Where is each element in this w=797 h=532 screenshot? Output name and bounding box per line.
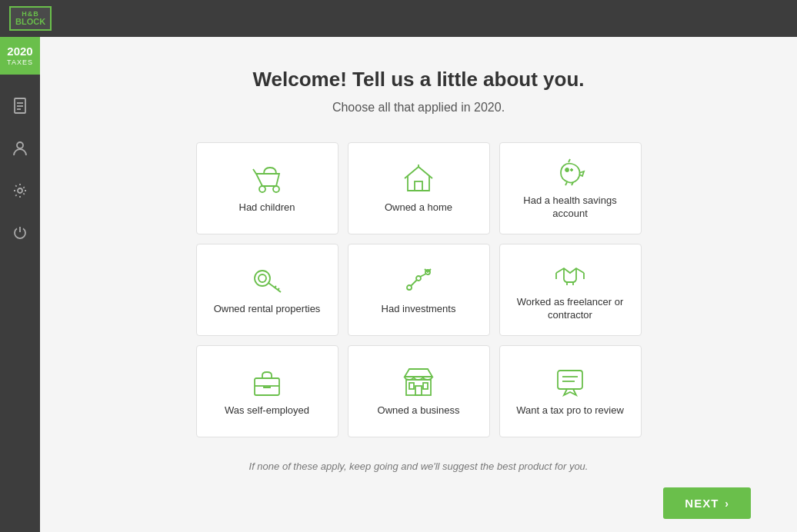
card-investments[interactable]: Had investments <box>348 244 490 336</box>
card-owned-business[interactable]: Owned a business <box>348 345 490 437</box>
svg-line-19 <box>275 286 276 288</box>
card-self-employed-label: Was self-employed <box>225 404 309 417</box>
card-owned-home[interactable]: Owned a home <box>348 142 490 234</box>
svg-point-16 <box>255 271 270 286</box>
card-rental-properties-label: Owned rental properties <box>214 303 321 316</box>
main-layout: 2020 TAXES <box>0 37 797 532</box>
card-freelancer-label: Worked as freelancer or contractor <box>508 296 633 322</box>
svg-rect-32 <box>409 383 414 389</box>
house-icon <box>402 163 435 194</box>
next-chevron-icon: › <box>725 497 729 510</box>
person-icon[interactable] <box>12 140 28 161</box>
card-health-savings[interactable]: Had a health savings account <box>499 142 642 234</box>
svg-rect-28 <box>255 378 279 395</box>
sidebar-year-sub: TAXES <box>3 58 37 67</box>
card-freelancer[interactable]: Worked as freelancer or contractor <box>499 244 642 336</box>
investments-icon <box>402 264 435 295</box>
svg-point-6 <box>259 186 265 192</box>
svg-line-25 <box>420 274 426 277</box>
storefront-icon <box>402 366 435 397</box>
card-rental-properties[interactable]: Owned rental properties <box>196 244 338 336</box>
card-owned-business-label: Owned a business <box>378 404 460 417</box>
svg-point-7 <box>273 186 279 192</box>
logo-bottom: BLOCK <box>15 18 45 26</box>
svg-point-11 <box>565 168 569 171</box>
key-icon <box>250 264 284 295</box>
card-owned-home-label: Owned a home <box>385 201 452 214</box>
footer-note: If none of these apply, keep going and w… <box>249 461 589 472</box>
card-tax-pro[interactable]: Want a tax pro to review <box>499 345 642 437</box>
card-health-savings-label: Had a health savings account <box>508 195 633 221</box>
sidebar: 2020 TAXES <box>0 37 40 532</box>
svg-point-5 <box>18 188 22 193</box>
svg-point-4 <box>17 142 23 148</box>
handshake-icon <box>553 258 587 288</box>
next-btn-row: NEXT › <box>55 487 782 519</box>
cards-grid: Had children Owned a home <box>196 142 642 437</box>
svg-line-12 <box>565 182 567 185</box>
svg-rect-34 <box>558 371 582 389</box>
settings-icon[interactable] <box>12 182 28 203</box>
power-icon[interactable] <box>12 224 28 245</box>
card-had-children[interactable]: Had children <box>196 142 338 234</box>
svg-rect-31 <box>415 386 422 395</box>
top-bar: H&B BLOCK <box>0 0 797 37</box>
piggy-bank-icon <box>553 156 587 187</box>
card-tax-pro-label: Want a tax pro to review <box>516 404 624 417</box>
logo: H&B BLOCK <box>9 6 52 31</box>
svg-rect-33 <box>423 383 428 389</box>
svg-line-20 <box>278 288 279 290</box>
page-subtitle: Choose all that applied in 2020. <box>332 101 505 115</box>
stroller-icon <box>250 163 284 194</box>
svg-line-8 <box>253 169 256 174</box>
page-title: Welcome! Tell us a little about you. <box>253 68 585 91</box>
card-self-employed[interactable]: Was self-employed <box>196 345 338 437</box>
next-button[interactable]: NEXT › <box>663 487 751 519</box>
sidebar-icons <box>12 98 28 245</box>
svg-point-17 <box>258 274 266 282</box>
sidebar-year-number: 2020 <box>3 45 37 58</box>
briefcase-icon <box>250 366 284 397</box>
review-icon <box>553 366 587 397</box>
svg-line-24 <box>411 280 417 286</box>
document-icon[interactable] <box>12 98 28 118</box>
sidebar-year: 2020 TAXES <box>0 37 40 75</box>
content: Welcome! Tell us a little about you. Cho… <box>40 37 797 532</box>
svg-rect-9 <box>415 181 422 191</box>
card-investments-label: Had investments <box>382 303 456 316</box>
card-had-children-label: Had children <box>239 201 295 214</box>
